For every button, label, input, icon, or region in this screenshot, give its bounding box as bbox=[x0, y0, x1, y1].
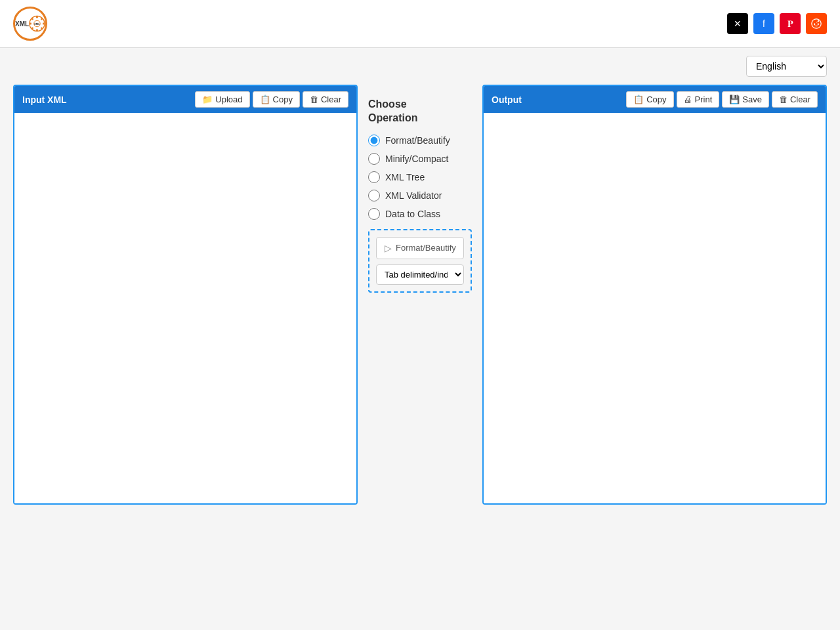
choose-operation-title: ChooseOperation bbox=[368, 98, 472, 125]
output-panel-header: Output 📋 Copy 🖨 Print 💾 Save 🗑 Clear bbox=[484, 86, 826, 113]
radio-format-input[interactable] bbox=[368, 135, 380, 146]
input-textarea[interactable] bbox=[14, 113, 356, 503]
social-links: ✕ f 𝐏 bbox=[727, 13, 827, 34]
language-row: English Spanish French German Chinese Ja… bbox=[0, 48, 840, 85]
output-copy-icon: 📋 bbox=[633, 94, 644, 104]
svg-point-12 bbox=[814, 24, 815, 25]
radio-tree-input[interactable] bbox=[368, 171, 380, 183]
middle-panel: ChooseOperation Format/Beautify Minify/C… bbox=[358, 85, 482, 306]
input-clear-button[interactable]: 🗑 Clear bbox=[303, 91, 348, 108]
output-clear-button[interactable]: 🗑 Clear bbox=[772, 91, 818, 108]
reddit-button[interactable] bbox=[806, 13, 827, 34]
indent-select[interactable]: Tab delimited/indent 2 spaces 4 spaces bbox=[376, 264, 464, 285]
output-panel-title: Output bbox=[492, 94, 522, 105]
output-print-button[interactable]: 🖨 Print bbox=[677, 91, 720, 108]
svg-rect-3 bbox=[30, 23, 32, 25]
output-save-icon: 💾 bbox=[729, 94, 740, 104]
main-area: Input XML 📁 Upload 📋 Copy 🗑 Clear Choo bbox=[0, 85, 840, 518]
output-panel: Output 📋 Copy 🖨 Print 💾 Save 🗑 Clear bbox=[482, 85, 827, 505]
radio-tree[interactable]: XML Tree bbox=[368, 171, 472, 183]
output-clear-icon: 🗑 bbox=[779, 94, 788, 104]
run-icon: ▷ bbox=[385, 243, 392, 253]
output-save-button[interactable]: 💾 Save bbox=[722, 91, 769, 108]
radio-minify[interactable]: Minify/Compact bbox=[368, 153, 472, 165]
language-select[interactable]: English Spanish French German Chinese Ja… bbox=[746, 56, 827, 77]
copy-icon: 📋 bbox=[260, 94, 270, 104]
radio-minify-input[interactable] bbox=[368, 153, 380, 165]
output-copy-button[interactable]: 📋 Copy bbox=[626, 91, 673, 108]
facebook-button[interactable]: f bbox=[753, 13, 774, 34]
radio-format[interactable]: Format/Beautify bbox=[368, 135, 472, 146]
input-panel: Input XML 📁 Upload 📋 Copy 🗑 Clear bbox=[13, 85, 358, 505]
output-panel-actions: 📋 Copy 🖨 Print 💾 Save 🗑 Clear bbox=[623, 91, 818, 108]
svg-rect-1 bbox=[36, 16, 38, 18]
input-copy-button[interactable]: 📋 Copy bbox=[253, 91, 300, 108]
header: XML ✕ f 𝐏 bbox=[0, 0, 840, 48]
action-box: ▷ Format/Beautify Tab delimited/indent 2… bbox=[368, 229, 472, 293]
pinterest-button[interactable]: 𝐏 bbox=[780, 13, 801, 34]
svg-rect-2 bbox=[36, 30, 38, 32]
svg-rect-4 bbox=[43, 23, 45, 25]
input-panel-header: Input XML 📁 Upload 📋 Copy 🗑 Clear bbox=[14, 86, 356, 113]
upload-icon: 📁 bbox=[202, 94, 213, 104]
radio-dataclass[interactable]: Data to Class bbox=[368, 208, 472, 220]
input-panel-actions: 📁 Upload 📋 Copy 🗑 Clear bbox=[192, 91, 348, 108]
clear-icon: 🗑 bbox=[310, 94, 318, 104]
svg-point-13 bbox=[818, 24, 819, 25]
output-textarea[interactable] bbox=[484, 113, 826, 503]
twitter-x-button[interactable]: ✕ bbox=[727, 13, 748, 34]
logo-icon: XML bbox=[13, 7, 47, 41]
svg-point-11 bbox=[812, 19, 821, 28]
logo-area: XML bbox=[13, 7, 47, 41]
operation-radio-group: Format/Beautify Minify/Compact XML Tree … bbox=[368, 135, 472, 220]
output-print-icon: 🖨 bbox=[684, 94, 692, 104]
gear-svg: XML bbox=[29, 8, 45, 39]
upload-button[interactable]: 📁 Upload bbox=[195, 91, 249, 108]
svg-text:XML: XML bbox=[34, 22, 40, 26]
input-panel-title: Input XML bbox=[22, 94, 67, 105]
run-button[interactable]: ▷ Format/Beautify bbox=[376, 237, 464, 259]
radio-dataclass-input[interactable] bbox=[368, 208, 380, 220]
radio-validator-input[interactable] bbox=[368, 190, 380, 201]
radio-validator[interactable]: XML Validator bbox=[368, 190, 472, 201]
